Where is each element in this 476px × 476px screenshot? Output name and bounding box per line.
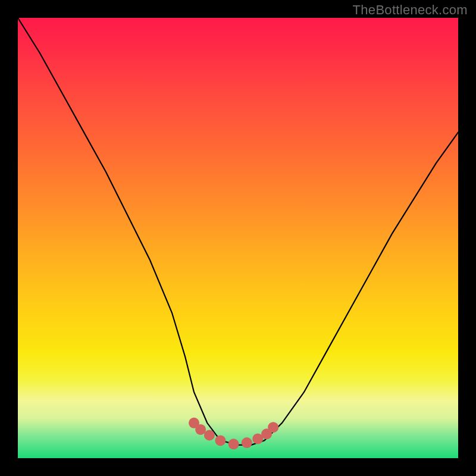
marker-dot (204, 430, 215, 441)
marker-dot (215, 435, 226, 446)
watermark-text: TheBottleneck.com (353, 2, 468, 18)
marker-group (189, 418, 278, 450)
marker-dot (195, 424, 206, 435)
plot-area (18, 18, 458, 458)
bottleneck-curve-path (18, 18, 458, 445)
marker-dot (242, 437, 252, 448)
curve-layer (18, 18, 458, 458)
marker-dot (268, 422, 278, 433)
marker-dot (228, 439, 239, 449)
chart-stage: TheBottleneck.com (0, 0, 476, 476)
